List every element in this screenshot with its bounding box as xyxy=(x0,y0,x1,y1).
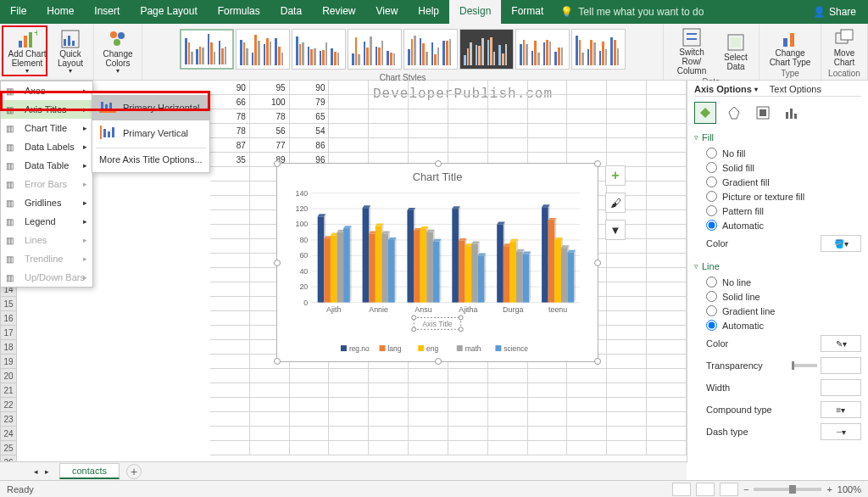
text-options-tab[interactable]: Text Options xyxy=(770,84,821,94)
normal-view-button[interactable] xyxy=(672,483,691,496)
chart-style-thumb-5[interactable] xyxy=(403,29,458,70)
add-chart-element-button[interactable]: + Add Chart Element▾ xyxy=(3,25,51,78)
svg-text:Ajith: Ajith xyxy=(326,305,341,314)
sheet-nav-prev[interactable]: ◂ xyxy=(34,467,38,476)
menu-item-axes[interactable]: ▥Axes▸ xyxy=(1,81,92,100)
type-group-label: Type xyxy=(781,69,799,78)
chart-filters-button[interactable]: ▼ xyxy=(605,220,626,240)
chevron-right-icon: ▸ xyxy=(83,180,87,188)
chart-style-thumb-4[interactable] xyxy=(348,29,402,70)
chart-style-thumb-3[interactable] xyxy=(292,29,346,70)
tab-review[interactable]: Review xyxy=(312,0,365,24)
tab-help[interactable]: Help xyxy=(408,0,449,24)
add-chart-element-icon: + xyxy=(17,29,37,49)
row-header[interactable]: 22 xyxy=(0,398,17,412)
chart-style-thumb-6[interactable] xyxy=(459,29,514,70)
svg-point-142 xyxy=(459,316,463,320)
chevron-right-icon: ▸ xyxy=(83,124,87,132)
chart-elements-button[interactable]: + xyxy=(605,165,626,186)
fill-and-line-tab[interactable] xyxy=(694,102,716,124)
menu-item-data-labels[interactable]: ▥Data Labels▸ xyxy=(1,137,92,156)
menu-item-gridlines[interactable]: ▥Gridlines▸ xyxy=(1,193,92,212)
funnel-icon: ▼ xyxy=(610,224,621,237)
tab-page-layout[interactable]: Page Layout xyxy=(130,0,207,24)
tab-design[interactable]: Design xyxy=(449,0,501,24)
effects-tab[interactable] xyxy=(723,102,745,124)
axis-options-tab[interactable]: Axis Options ▾ xyxy=(694,84,758,94)
row-header[interactable]: 19 xyxy=(0,355,17,369)
chart-style-thumb-1[interactable] xyxy=(180,29,234,70)
primary-vertical-item[interactable]: Primary Vertical xyxy=(92,120,209,146)
chart-style-thumb-7[interactable] xyxy=(515,29,570,70)
change-chart-type-label: Change Chart Type xyxy=(767,48,813,67)
fill-option-pattern-fill[interactable]: Pattern fill xyxy=(694,204,861,218)
add-sheet-button[interactable]: + xyxy=(126,464,142,479)
line-option-automatic[interactable]: Automatic xyxy=(694,318,861,332)
width-input[interactable] xyxy=(821,379,861,396)
tab-data[interactable]: Data xyxy=(270,0,312,24)
chart-style-thumb-8[interactable] xyxy=(571,29,626,70)
row-header[interactable]: 15 xyxy=(0,297,17,311)
menu-item-axis-titles[interactable]: ▥Axis Titles▸ xyxy=(1,100,92,119)
row-header[interactable]: 20 xyxy=(0,369,17,383)
compound-row: Compound type≡▾ xyxy=(694,399,861,421)
row-header[interactable]: 21 xyxy=(0,383,17,398)
page-break-view-button[interactable] xyxy=(720,483,738,496)
line-option-solid-line[interactable]: Solid line xyxy=(694,289,861,304)
row-header[interactable]: 25 xyxy=(0,441,17,455)
share-button[interactable]: 👤 Share xyxy=(813,0,868,24)
tab-home[interactable]: Home xyxy=(36,0,84,24)
size-tab[interactable] xyxy=(752,102,774,124)
zoom-in-button[interactable]: + xyxy=(826,484,832,494)
embedded-chart[interactable]: Chart Title020406080100120140AjithAnnieA… xyxy=(276,163,598,362)
chart-styles-button[interactable]: 🖌 xyxy=(605,193,626,213)
tab-format[interactable]: Format xyxy=(501,0,554,24)
row-header[interactable]: 17 xyxy=(0,326,17,340)
sheet-tab-contacts[interactable]: contacts xyxy=(59,463,120,479)
row-header[interactable]: 24 xyxy=(0,427,17,441)
tab-insert[interactable]: Insert xyxy=(84,0,130,24)
tab-formulas[interactable]: Formulas xyxy=(208,0,270,24)
tell-me-search[interactable]: 💡 Tell me what you want to do xyxy=(554,0,704,24)
dash-type-picker[interactable]: ┄▾ xyxy=(821,423,861,440)
fill-option-solid-fill[interactable]: Solid fill xyxy=(694,160,861,175)
transparency-slider[interactable] xyxy=(792,364,817,367)
compound-type-picker[interactable]: ≡▾ xyxy=(821,401,861,418)
tab-view[interactable]: View xyxy=(366,0,409,24)
fill-section-header[interactable]: ▿Fill xyxy=(694,132,861,142)
fill-option-automatic[interactable]: Automatic xyxy=(694,218,861,232)
main-area: DeveloperPublish.com ▥Axes▸▥Axis Titles▸… xyxy=(0,81,868,463)
tab-file[interactable]: File xyxy=(0,0,36,24)
line-color-picker[interactable]: ✎▾ xyxy=(821,335,861,352)
spreadsheet-grid[interactable]: DeveloperPublish.com ▥Axes▸▥Axis Titles▸… xyxy=(0,81,687,463)
fill-option-gradient-fill[interactable]: Gradient fill xyxy=(694,175,861,189)
line-section-header[interactable]: ▿Line xyxy=(694,261,861,271)
more-axis-title-options-item[interactable]: More Axis Title Options... xyxy=(92,150,209,169)
fill-color-picker[interactable]: 🪣▾ xyxy=(821,235,861,252)
line-option-no-line[interactable]: No line xyxy=(694,275,861,289)
primary-horizontal-item[interactable]: Primary Horizontal xyxy=(92,95,209,120)
line-option-gradient-line[interactable]: Gradient line xyxy=(694,304,861,318)
axis-props-tab[interactable] xyxy=(781,102,803,124)
switch-row-column-button[interactable]: Switch Row/ Column xyxy=(667,25,716,77)
page-layout-view-button[interactable] xyxy=(696,483,715,496)
row-header[interactable]: 18 xyxy=(0,340,17,355)
transparency-input[interactable] xyxy=(821,357,861,374)
sheet-nav-next[interactable]: ▸ xyxy=(45,467,49,476)
fill-option-no-fill[interactable]: No fill xyxy=(694,146,861,160)
chart-style-thumb-2[interactable] xyxy=(236,29,290,70)
quick-layout-button[interactable]: Quick Layout▾ xyxy=(51,25,90,78)
fill-option-picture-or-texture-fill[interactable]: Picture or texture fill xyxy=(694,189,861,204)
change-colors-button[interactable]: Change Colors▾ xyxy=(97,25,138,78)
row-header[interactable]: 23 xyxy=(0,412,17,427)
select-data-button[interactable]: Select Data xyxy=(716,25,755,77)
menu-item-legend[interactable]: ▥Legend▸ xyxy=(1,212,92,231)
change-chart-type-button[interactable]: Change Chart Type xyxy=(763,25,817,69)
row-header[interactable]: 16 xyxy=(0,311,17,326)
menu-item-chart-title[interactable]: ▥Chart Title▸ xyxy=(1,119,92,137)
svg-rect-75 xyxy=(407,210,414,303)
menu-item-data-table[interactable]: ▥Data Table▸ xyxy=(1,156,92,175)
zoom-slider[interactable] xyxy=(754,488,821,491)
zoom-out-button[interactable]: − xyxy=(743,484,748,494)
move-chart-button[interactable]: Move Chart xyxy=(825,25,864,69)
